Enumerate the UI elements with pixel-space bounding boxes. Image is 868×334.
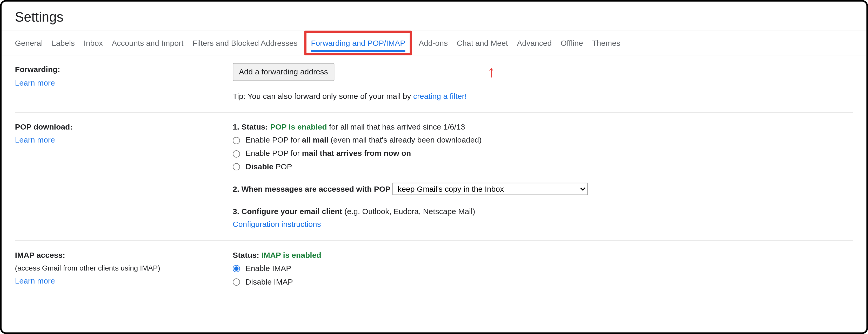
- imap-learn-more-link[interactable]: Learn more: [15, 276, 55, 285]
- tab-filters[interactable]: Filters and Blocked Addresses: [192, 31, 298, 55]
- section-pop-download: POP download: Learn more 1. Status: POP …: [15, 113, 853, 241]
- pop-q3-suffix: (e.g. Outlook, Eudora, Netscape Mail): [342, 206, 475, 215]
- pop-opt2-label: Enable POP for mail that arrives from no…: [246, 147, 411, 160]
- pop-opt1-label: Enable POP for all mail (even mail that'…: [246, 134, 482, 147]
- pop-status-line: 1. Status: POP is enabled for all mail t…: [233, 120, 853, 134]
- pop-q3-bold: 3. Configure your email client: [233, 206, 342, 215]
- annotation-highlight-box: Forwarding and POP/IMAP: [304, 31, 412, 55]
- pop-option-from-now-on[interactable]: Enable POP for mail that arrives from no…: [233, 147, 853, 160]
- pop-option-all-mail[interactable]: Enable POP for all mail (even mail that'…: [233, 134, 853, 147]
- pop-learn-more-link[interactable]: Learn more: [15, 136, 55, 144]
- tab-inbox[interactable]: Inbox: [84, 31, 103, 55]
- configuration-instructions-link[interactable]: Configuration instructions: [233, 220, 321, 229]
- imap-status-value: IMAP is enabled: [261, 250, 321, 259]
- tab-accounts-and-import[interactable]: Accounts and Import: [112, 31, 183, 55]
- pop-radio-from-now-on[interactable]: [233, 150, 240, 157]
- add-forwarding-address-button[interactable]: Add a forwarding address: [233, 63, 334, 81]
- pop-q2-label: 2. When messages are accessed with POP: [233, 185, 391, 193]
- imap-status-line: Status: IMAP is enabled: [233, 249, 853, 262]
- tab-themes[interactable]: Themes: [592, 31, 620, 55]
- imap-heading: IMAP access:: [15, 249, 233, 262]
- pop-radio-disable[interactable]: [233, 163, 240, 171]
- tab-chat-and-meet[interactable]: Chat and Meet: [457, 31, 508, 55]
- tab-addons[interactable]: Add-ons: [419, 31, 448, 55]
- imap-radio-disable[interactable]: [233, 279, 240, 286]
- imap-enable-label: Enable IMAP: [246, 262, 291, 276]
- settings-tabbar: General Labels Inbox Accounts and Import…: [2, 31, 866, 55]
- annotation-arrow-up-icon: ↑: [488, 64, 495, 80]
- pop-configure-client-row: 3. Configure your email client (e.g. Out…: [233, 205, 853, 218]
- tab-labels[interactable]: Labels: [52, 31, 75, 55]
- pop-status-suffix: for all mail that has arrived since 1/6/…: [327, 122, 465, 131]
- tab-general[interactable]: General: [15, 31, 43, 55]
- forwarding-tip-prefix: Tip: You can also forward only some of y…: [233, 91, 413, 101]
- imap-status-prefix: Status:: [233, 250, 261, 259]
- imap-option-disable[interactable]: Disable IMAP: [233, 276, 853, 289]
- pop-opt3-label: Disable POP: [246, 161, 292, 174]
- pop-radio-all-mail[interactable]: [233, 137, 240, 144]
- imap-option-enable[interactable]: Enable IMAP: [233, 262, 853, 276]
- pop-when-accessed-row: 2. When messages are accessed with POP k…: [233, 183, 853, 196]
- creating-a-filter-link[interactable]: creating a filter!: [413, 91, 467, 101]
- page-title: Settings: [2, 2, 866, 31]
- tab-advanced[interactable]: Advanced: [517, 31, 552, 55]
- forwarding-heading: Forwarding:: [15, 63, 233, 77]
- section-imap-access: IMAP access: (access Gmail from other cl…: [15, 241, 853, 298]
- forwarding-learn-more-link[interactable]: Learn more: [15, 78, 55, 87]
- pop-action-select[interactable]: keep Gmail's copy in the Inbox: [393, 183, 588, 195]
- imap-radio-enable[interactable]: [233, 265, 240, 272]
- tab-offline[interactable]: Offline: [561, 31, 583, 55]
- imap-subtext: (access Gmail from other clients using I…: [15, 262, 233, 275]
- pop-heading: POP download:: [15, 120, 233, 134]
- pop-option-disable[interactable]: Disable POP: [233, 161, 853, 174]
- pop-status-value: POP is enabled: [270, 122, 327, 131]
- tab-forwarding-pop-imap[interactable]: Forwarding and POP/IMAP: [311, 31, 405, 55]
- pop-status-prefix: 1. Status:: [233, 122, 270, 131]
- imap-disable-label: Disable IMAP: [246, 276, 293, 289]
- section-forwarding: Forwarding: Learn more Add a forwarding …: [15, 55, 853, 113]
- forwarding-tip-text: Tip: You can also forward only some of y…: [233, 90, 853, 103]
